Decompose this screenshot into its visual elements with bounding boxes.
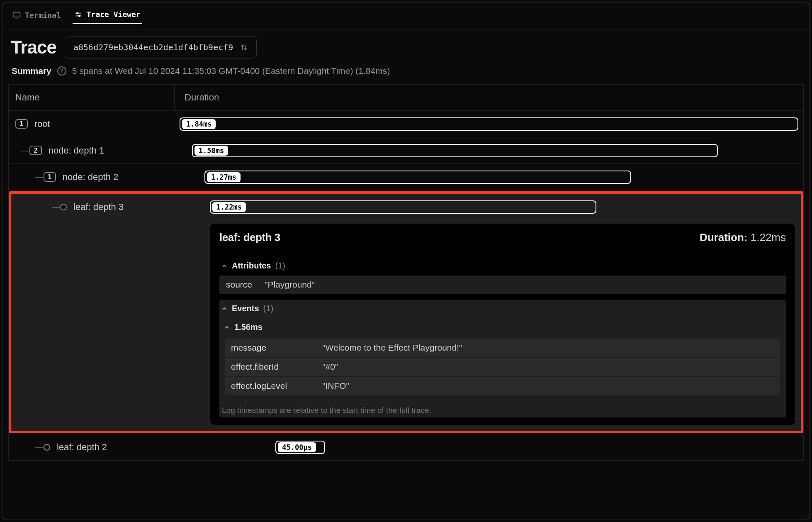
- span-label: node: depth 1: [49, 145, 105, 156]
- events-footnote: Log timestamps are relative to the start…: [219, 400, 786, 417]
- detail-duration: Duration: 1.22ms: [700, 231, 786, 244]
- tab-terminal[interactable]: Terminal: [11, 7, 63, 24]
- attributes-list: source"Playground": [219, 276, 786, 294]
- span-row[interactable]: 2node: depth 11.58ms: [9, 137, 803, 164]
- span-duration-cell: 1.27ms: [175, 171, 803, 184]
- span-label: leaf: depth 3: [73, 202, 124, 212]
- duration-value: 45.00µs: [278, 442, 316, 452]
- summary-row: Summary ? 5 spans at Wed Jul 10 2024 11:…: [2, 62, 810, 84]
- attributes-header[interactable]: Attributes (1): [219, 257, 786, 275]
- selected-span-highlight: leaf: depth 31.22ms leaf: depth 3 Durati…: [9, 191, 803, 433]
- column-name: Name: [9, 85, 175, 110]
- span-detail-panel: leaf: depth 3 Duration: 1.22ms Attribute…: [210, 224, 795, 425]
- child-count-badge: 2: [29, 146, 42, 155]
- span-name-cell: 1node: depth 2: [9, 171, 175, 184]
- sliders-icon: [74, 10, 83, 19]
- duration-bar: 1.22ms: [210, 200, 596, 214]
- span-label: leaf: depth 2: [57, 442, 107, 453]
- events-count: (1): [263, 304, 273, 313]
- span-label: root: [34, 119, 50, 129]
- detail-header: leaf: depth 3 Duration: 1.22ms: [219, 231, 786, 250]
- duration-bar: 1.84ms: [180, 117, 798, 131]
- event-row: effect.fiberId"#0": [225, 358, 780, 377]
- span-duration-cell: 1.84ms: [175, 117, 803, 131]
- attributes-label: Attributes: [232, 261, 271, 271]
- events-label: Events: [232, 304, 259, 313]
- events-section: Events (1) 1.56ms message"Welcome to the…: [219, 300, 786, 417]
- page-title: Trace: [11, 37, 56, 58]
- spans-table: Name Duration 1root1.84ms 2node: depth 1…: [8, 84, 804, 461]
- duration-bar: 1.58ms: [192, 144, 718, 157]
- attributes-section: Attributes (1) source"Playground": [219, 257, 786, 294]
- events-header[interactable]: Events (1): [219, 300, 786, 317]
- svg-point-5: [79, 15, 80, 16]
- trace-id-value: a856d279eb3044ecb2de1df4bfb9ecf9: [73, 42, 233, 52]
- duration-value: 1.22ms: [212, 202, 246, 212]
- duration-value: 1.58ms: [194, 146, 228, 156]
- attributes-count: (1): [275, 261, 285, 271]
- event-time: 1.56ms: [234, 322, 263, 332]
- event-key: effect.fiberId: [231, 362, 322, 372]
- detail-duration-label: Duration:: [700, 231, 748, 244]
- span-name-cell: leaf: depth 3: [11, 200, 177, 214]
- tab-trace-viewer[interactable]: Trace Viewer: [73, 7, 142, 24]
- event-value: "Welcome to the Effect Playground!": [322, 343, 462, 353]
- leaf-node-icon: [60, 204, 67, 210]
- span-row[interactable]: 1root1.84ms: [9, 111, 803, 137]
- span-duration-cell: 45.00µs: [175, 441, 803, 454]
- detail-title: leaf: depth 3: [219, 231, 280, 244]
- span-row[interactable]: 1node: depth 21.27ms: [9, 164, 803, 190]
- help-icon[interactable]: ?: [57, 66, 66, 76]
- event-value: "#0": [322, 362, 338, 372]
- sort-arrows-icon: [240, 43, 248, 51]
- event-key: message: [231, 343, 322, 353]
- event-key: effect.logLevel: [231, 381, 322, 391]
- event-value: "INFO": [322, 381, 349, 391]
- span-name-cell: 2node: depth 1: [9, 144, 175, 157]
- attribute-row: source"Playground": [219, 276, 786, 294]
- summary-label: Summary: [12, 66, 51, 76]
- tab-bar: Terminal Trace Viewer: [2, 2, 810, 29]
- event-row: message"Welcome to the Effect Playground…: [225, 339, 780, 358]
- header: Trace a856d279eb3044ecb2de1df4bfb9ecf9: [2, 29, 810, 62]
- attribute-key: source: [226, 280, 252, 290]
- monitor-icon: [12, 11, 21, 19]
- event-table: message"Welcome to the Effect Playground…: [225, 339, 780, 396]
- chevron-up-icon: [221, 305, 228, 312]
- trace-id-selector[interactable]: a856d279eb3044ecb2de1df4bfb9ecf9: [65, 36, 257, 59]
- summary-text: 5 spans at Wed Jul 10 2024 11:35:03 GMT-…: [72, 66, 390, 76]
- svg-rect-0: [13, 12, 20, 17]
- svg-point-3: [77, 12, 78, 14]
- duration-value: 1.27ms: [207, 172, 241, 182]
- duration-bar: 1.27ms: [204, 171, 631, 184]
- span-name-cell: 1root: [9, 117, 175, 131]
- detail-duration-value: 1.22ms: [751, 231, 786, 244]
- tab-trace-viewer-label: Trace Viewer: [87, 10, 141, 19]
- child-count-badge: 1: [44, 172, 56, 182]
- attribute-value: "Playground": [265, 280, 315, 290]
- app-frame: Terminal Trace Viewer Trace a856d279eb30…: [2, 2, 810, 520]
- span-row[interactable]: leaf: depth 245.00µs: [9, 434, 803, 461]
- child-count-badge: 1: [15, 119, 28, 129]
- event-time-header[interactable]: 1.56ms: [219, 317, 786, 337]
- duration-bar: 45.00µs: [275, 441, 325, 454]
- table-header: Name Duration: [9, 85, 803, 111]
- chevron-up-icon: [224, 324, 230, 331]
- span-duration-cell: 1.22ms: [177, 200, 801, 214]
- column-duration: Duration: [175, 85, 803, 110]
- event-row: effect.logLevel"INFO": [225, 377, 780, 396]
- tab-terminal-label: Terminal: [25, 11, 61, 20]
- leaf-node-icon: [44, 444, 50, 451]
- span-duration-cell: 1.58ms: [175, 144, 803, 157]
- span-name-cell: leaf: depth 2: [9, 441, 175, 454]
- chevron-up-icon: [221, 263, 228, 269]
- span-row[interactable]: leaf: depth 31.22ms: [11, 194, 801, 220]
- duration-value: 1.84ms: [182, 119, 216, 129]
- span-label: node: depth 2: [63, 172, 119, 183]
